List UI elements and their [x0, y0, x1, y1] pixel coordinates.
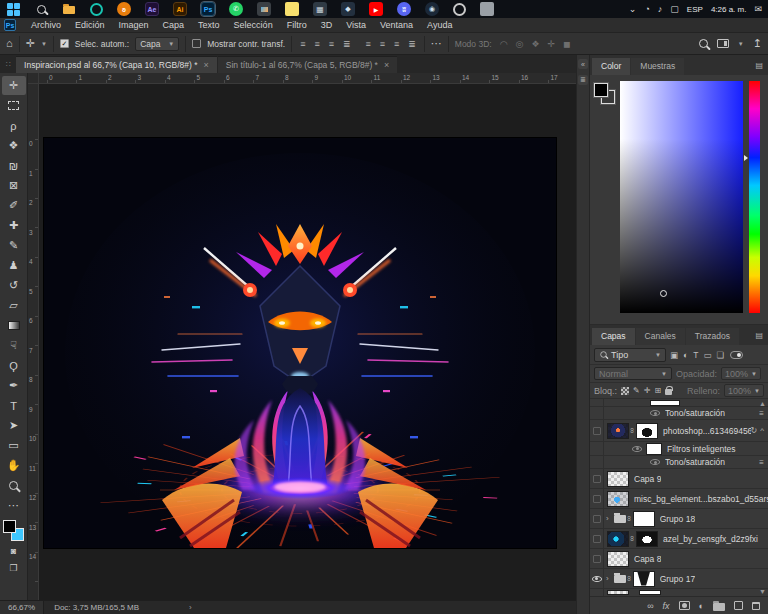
align-center-icon[interactable]: ≡: [312, 39, 321, 49]
link-layers-button[interactable]: ∞: [647, 601, 653, 611]
layer-row[interactable]: misc_bg_element...bszabo1_d55arsd: [590, 489, 768, 509]
layer-visibility-cell[interactable]: [590, 456, 604, 468]
hidden-icons-chevron-icon[interactable]: ⌄: [629, 4, 637, 14]
eye-icon[interactable]: [632, 446, 642, 452]
youtube-taskbar-icon[interactable]: ▶: [369, 2, 383, 16]
history-brush-tool[interactable]: ↺: [2, 276, 26, 295]
pixel-app-taskbar-icon[interactable]: [480, 2, 494, 16]
tab-color[interactable]: Color: [592, 58, 630, 75]
network-icon[interactable]: ▢: [670, 4, 679, 14]
layer-visibility-cell[interactable]: [590, 489, 604, 508]
workspace-chevron-icon[interactable]: ▼: [738, 41, 744, 47]
healing-brush-tool[interactable]: ✚: [2, 216, 26, 235]
rectangle-tool[interactable]: ▭: [2, 436, 26, 455]
roll-3d-icon[interactable]: ◎: [514, 39, 526, 49]
layer-filter-dropdown[interactable]: Tipo ▼: [594, 348, 666, 362]
layer-row[interactable]: ›∞Grupo 18: [590, 509, 768, 529]
tray-language[interactable]: ESP: [687, 5, 703, 14]
crop-tool[interactable]: ₪: [2, 156, 26, 175]
collapse-smart-filters-icon[interactable]: ^: [760, 426, 764, 435]
layer-visibility-cell[interactable]: [590, 407, 604, 419]
layer-row[interactable]: Capa 8: [590, 549, 768, 569]
hand-tool[interactable]: ✋: [2, 456, 26, 475]
align-right-icon[interactable]: ≡: [327, 39, 336, 49]
distribute-vertical-icon[interactable]: ≣: [406, 39, 418, 49]
start-taskbar-icon[interactable]: [6, 2, 20, 16]
eye-icon[interactable]: [650, 410, 660, 416]
layer-visibility-cell[interactable]: [590, 529, 604, 548]
dodge-tool[interactable]: Ϙ: [2, 356, 26, 375]
layer-row[interactable]: [590, 399, 768, 407]
tray-app-icon[interactable]: ◔: [644, 4, 649, 14]
lock-artboard-icon[interactable]: ⊞: [654, 386, 661, 395]
history-panel-icon[interactable]: ≣: [578, 75, 588, 85]
tray-clock[interactable]: 4:26 a. m.: [711, 5, 747, 14]
layer-row[interactable]: Tono/saturación≡: [590, 456, 768, 469]
fill-field[interactable]: 100%▼: [724, 384, 764, 397]
frame-tool[interactable]: ⊠: [2, 176, 26, 195]
clone-stamp-tool[interactable]: ♟: [2, 256, 26, 275]
layer-row[interactable]: ∞photoshop...613469456↻^: [590, 420, 768, 442]
menu-capa[interactable]: Capa: [156, 19, 192, 31]
notifications-icon[interactable]: ✉: [754, 4, 762, 14]
foreground-color-swatch[interactable]: [594, 83, 608, 97]
screen-mode-icon[interactable]: ❐: [2, 560, 26, 576]
auto-select-dropdown[interactable]: Capa▼: [135, 37, 179, 51]
edit-toolbar-tool[interactable]: ⋯: [2, 496, 26, 515]
quick-mask-icon[interactable]: ◙: [2, 543, 26, 559]
lock-pixels-icon[interactable]: ✎: [633, 386, 640, 395]
show-transform-checkbox[interactable]: [192, 39, 201, 48]
zoom-tool[interactable]: [2, 476, 26, 495]
layer-visibility-cell[interactable]: [590, 569, 604, 588]
add-mask-button[interactable]: [679, 601, 690, 610]
eyedropper-tool[interactable]: ✐: [2, 196, 26, 215]
filter-pixel-layers-icon[interactable]: ▣: [669, 350, 679, 360]
lock-all-icon[interactable]: [665, 389, 672, 395]
delete-layer-button[interactable]: [752, 602, 760, 610]
tab-capas[interactable]: Capas: [592, 328, 635, 345]
collapse-dock-icon[interactable]: «: [578, 59, 588, 69]
close-tab-icon[interactable]: ×: [384, 60, 389, 70]
search-taskbar-icon[interactable]: [34, 2, 48, 16]
layers-panel-menu-icon[interactable]: ▤: [755, 331, 763, 340]
illustrator-taskbar-icon[interactable]: Ai: [173, 2, 187, 16]
move-tool[interactable]: ✛: [2, 76, 26, 95]
object-selection-tool[interactable]: ❖: [2, 136, 26, 155]
lasso-tool[interactable]: ρ: [2, 116, 26, 135]
search-icon[interactable]: [699, 39, 708, 48]
menu-filtro[interactable]: Filtro: [280, 19, 314, 31]
path-selection-tool[interactable]: ➤: [2, 416, 26, 435]
menu-vista[interactable]: Vista: [339, 19, 373, 31]
menu-texto[interactable]: Texto: [191, 19, 227, 31]
ring-app-taskbar-icon[interactable]: [453, 3, 466, 16]
filter-adjustment-layers-icon[interactable]: ◐: [682, 350, 689, 360]
slide-3d-icon[interactable]: ✛: [545, 39, 557, 49]
document-canvas[interactable]: [44, 138, 556, 548]
pen-tool[interactable]: ✒: [2, 376, 26, 395]
blend-mode-dropdown[interactable]: Normal▼: [594, 367, 672, 380]
menu-ventana[interactable]: Ventana: [373, 19, 420, 31]
auto-select-checkbox[interactable]: ✓: [60, 39, 69, 48]
layer-row[interactable]: Tono/saturación≡: [590, 407, 768, 420]
lock-transparency-icon[interactable]: [621, 387, 629, 395]
close-tab-icon[interactable]: ×: [204, 60, 209, 70]
opacity-field[interactable]: 100%▼: [721, 367, 761, 380]
document-tab-1[interactable]: Inspiracion.psd al 66,7% (Capa 10, RGB/8…: [16, 56, 217, 73]
distribute-center-icon[interactable]: ≡: [378, 39, 387, 49]
zoom-level-field[interactable]: 66,67%: [0, 601, 44, 614]
share-icon[interactable]: ↥: [753, 38, 762, 49]
smart-filter-icon[interactable]: ↻: [751, 426, 758, 435]
calculator-taskbar-icon[interactable]: ▦: [313, 2, 327, 16]
expand-group-icon[interactable]: ›: [606, 514, 609, 523]
home-icon[interactable]: ⌂: [6, 38, 13, 49]
saturation-brightness-box[interactable]: [620, 81, 743, 313]
orbit-3d-icon[interactable]: ◠: [498, 39, 510, 49]
menu-edici-n[interactable]: Edición: [68, 19, 112, 31]
distribute-right-icon[interactable]: ≡: [392, 39, 401, 49]
volume-icon[interactable]: ♪: [658, 4, 663, 14]
workspace-switcher-icon[interactable]: [717, 39, 729, 48]
layer-row[interactable]: Filtros inteligentes: [590, 442, 768, 456]
pan-3d-icon[interactable]: ❖: [529, 39, 541, 49]
sticky-notes-taskbar-icon[interactable]: [285, 2, 299, 16]
hue-strip[interactable]: [749, 81, 760, 313]
